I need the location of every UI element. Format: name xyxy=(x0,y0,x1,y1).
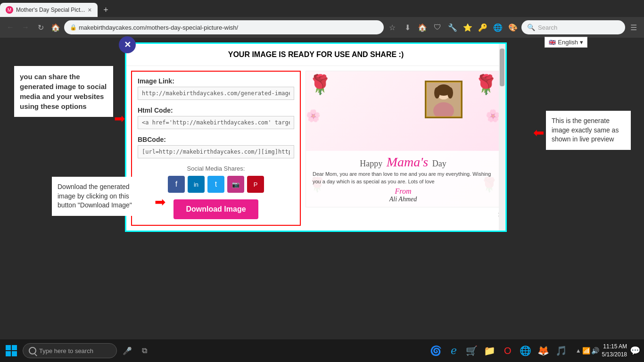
firefox-browser-icon[interactable]: 🦊 xyxy=(535,342,552,359)
modal-close-button[interactable]: ✕ xyxy=(119,36,136,53)
image-link-label: Image Link: xyxy=(138,77,294,85)
taskbar-search-box[interactable]: Type here to search xyxy=(23,343,117,358)
scrollbar-thumb[interactable] xyxy=(500,49,504,86)
html-code-input[interactable] xyxy=(138,116,294,129)
html-code-label: Html Code: xyxy=(138,107,294,114)
close-icon: ✕ xyxy=(124,40,131,50)
lang-dropdown-icon: ▾ xyxy=(580,39,583,46)
person-silhouette-icon xyxy=(427,82,461,116)
pinterest-share-button[interactable]: P xyxy=(247,176,264,193)
from-text: From xyxy=(313,187,494,196)
active-tab[interactable]: M Mother's Day Special Pict... × xyxy=(0,3,98,17)
home-nav-button[interactable]: 🏠 xyxy=(416,21,429,34)
arrow-preview-icon: ⬅ xyxy=(533,125,544,140)
rose-top-right-icon: 🌹 xyxy=(474,74,498,96)
mama-word: Mama's xyxy=(387,155,428,169)
ext2-button[interactable]: ⭐ xyxy=(461,21,474,34)
time-display: 11:15 AM xyxy=(602,343,627,351)
modal-body: Image Link: Html Code: BBCode: Social Me… xyxy=(126,66,505,230)
happy-mamas-day-text: Happy Mama's Day xyxy=(313,155,494,170)
system-tray: ▲ 📶 🔊 11:15 AM 5/13/2018 💬 xyxy=(572,343,644,359)
network-icon[interactable]: 📶 xyxy=(582,347,590,354)
annotation-share: you can share the generated image to soc… xyxy=(14,66,113,117)
address-bar[interactable]: 🔒 makebirthdaycakes.com/mothers-day-spec… xyxy=(64,20,384,34)
bbcode-group: BBCode: xyxy=(138,136,294,158)
social-shares-section: Social Media Shares: f in t 📷 P xyxy=(138,165,294,193)
svg-point-5 xyxy=(434,87,440,99)
twitter-share-button[interactable]: t xyxy=(207,176,224,193)
action-center-icon[interactable]: 💬 xyxy=(630,346,640,356)
download-image-button[interactable]: Download Image xyxy=(173,199,258,219)
ext4-button[interactable]: 🌐 xyxy=(491,21,504,34)
annotation-preview-text: This is the generate image exactly same … xyxy=(552,117,619,143)
bookmark-button[interactable]: ☆ xyxy=(386,21,399,34)
home-button[interactable]: 🏠 xyxy=(49,21,62,34)
annotation-preview: This is the generate image exactly same … xyxy=(546,111,631,150)
search-text: Search xyxy=(538,24,557,31)
instagram-share-button[interactable]: 📷 xyxy=(227,176,244,193)
cortana-mic-button[interactable]: 🎤 xyxy=(119,342,136,359)
back-button[interactable]: ← xyxy=(4,21,17,34)
nav-actions: ☆ ⬇ 🏠 🛡 🔧 ⭐ 🔑 🌐 🎨 xyxy=(386,21,520,34)
image-link-input[interactable] xyxy=(138,87,294,100)
windows-icon xyxy=(6,345,17,356)
linkedin-share-button[interactable]: in xyxy=(188,176,205,193)
ext5-button[interactable]: 🎨 xyxy=(506,21,520,34)
language-label: English xyxy=(558,39,578,46)
person-photo xyxy=(427,82,461,116)
sender-name-text: Ali Ahmed xyxy=(313,196,494,203)
taskbar: Type here to search 🎤 ⧉ 🌀 ℯ 🛒 📁 O 🌐 🦊 🎵 … xyxy=(0,339,644,362)
image-preview-panel: 🌹 🌹 🌸 🌸 🌹 🌹 xyxy=(305,71,501,226)
vlc-icon[interactable]: 🎵 xyxy=(553,342,570,359)
result-modal: ✕ YOUR IMAGE IS READY FOR USE AND SHARE … xyxy=(125,42,507,232)
opera-browser-icon[interactable]: O xyxy=(499,342,516,359)
download-button[interactable]: ⬇ xyxy=(401,21,414,34)
ext3-button[interactable]: 🔑 xyxy=(476,21,489,34)
taskbar-search-label: Type here to search xyxy=(39,347,93,354)
taskbar-app-icons: 🌀 ℯ 🛒 📁 O 🌐 🦊 🎵 xyxy=(426,342,572,359)
tab-title: Mother's Day Special Pict... xyxy=(16,7,85,13)
start-button[interactable] xyxy=(0,339,23,362)
volume-icon[interactable]: 🔊 xyxy=(591,347,599,354)
modal-header: YOUR IMAGE IS READY FOR USE AND SHARE :) xyxy=(126,44,505,66)
social-icons-row: f in t 📷 P xyxy=(138,176,294,193)
annotation-share-text: you can share the generated image to soc… xyxy=(20,73,107,110)
ie-browser-icon[interactable]: ℯ xyxy=(446,342,462,359)
image-link-group: Image Link: xyxy=(138,77,294,100)
scroll-right-indicator: › xyxy=(305,209,501,219)
file-explorer-icon[interactable]: 📁 xyxy=(481,342,498,359)
ext1-button[interactable]: 🔧 xyxy=(446,21,459,34)
language-selector[interactable]: 🇬🇧 English ▾ xyxy=(545,37,587,48)
love-message-text: Dear Mom, you are more than love to me a… xyxy=(313,171,494,185)
task-view-button[interactable]: ⧉ xyxy=(136,342,153,359)
pocket-button[interactable]: 🛡 xyxy=(431,21,444,34)
svg-point-6 xyxy=(447,87,453,99)
happy-word: Happy xyxy=(360,159,382,168)
forward-button[interactable]: → xyxy=(19,21,32,34)
modal-scrollbar[interactable] xyxy=(499,44,505,230)
arrow-download-icon: ➡ xyxy=(155,194,165,210)
store-icon[interactable]: 🛒 xyxy=(463,342,480,359)
tray-icons: ▲ 📶 🔊 xyxy=(576,347,599,354)
tab-favicon: M xyxy=(6,6,13,14)
browser-search-bar[interactable]: 🔍 Search xyxy=(521,20,625,34)
search-icon xyxy=(29,347,36,354)
edge-browser-icon[interactable]: 🌀 xyxy=(428,342,445,359)
rose-top-left-icon: 🌹 xyxy=(308,74,332,96)
html-code-group: Html Code: xyxy=(138,107,294,129)
refresh-button[interactable]: ↻ xyxy=(34,21,47,34)
rose-mid-left-icon: 🌸 xyxy=(306,109,321,123)
system-clock[interactable]: 11:15 AM 5/13/2018 xyxy=(602,343,627,359)
tray-arrow-icon[interactable]: ▲ xyxy=(576,347,581,354)
bbcode-input[interactable] xyxy=(138,145,294,158)
browser-chrome: M Mother's Day Special Pict... × + ← → ↻… xyxy=(0,0,644,38)
day-word: Day xyxy=(432,159,446,168)
date-display: 5/13/2018 xyxy=(602,351,627,359)
tab-close-button[interactable]: × xyxy=(88,6,91,14)
arrow-share-icon: ➡ xyxy=(114,111,125,126)
chrome-browser-icon[interactable]: 🌐 xyxy=(517,342,534,359)
bbcode-label: BBCode: xyxy=(138,136,294,143)
facebook-share-button[interactable]: f xyxy=(168,176,185,193)
new-tab-button[interactable]: + xyxy=(99,3,113,16)
menu-button[interactable]: ☰ xyxy=(627,21,640,34)
